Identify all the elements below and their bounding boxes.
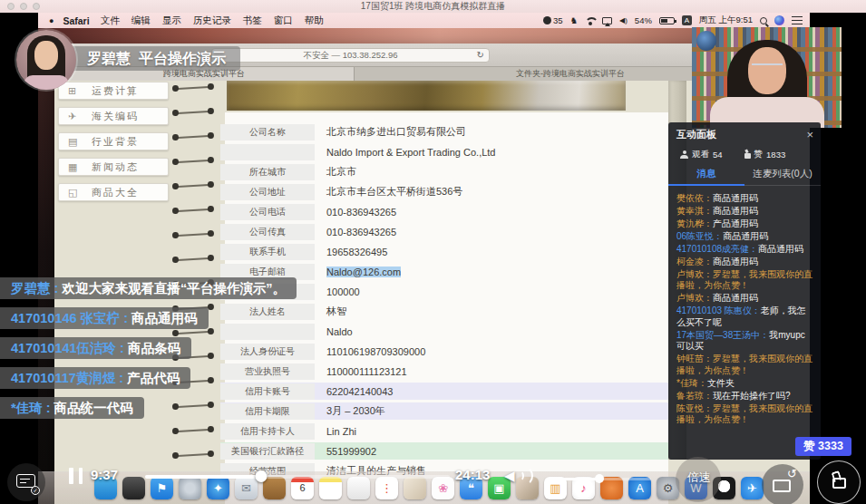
dock-reminders-icon[interactable]: ⋮ — [375, 477, 398, 499]
thumbs-up-button[interactable] — [817, 460, 861, 504]
dock-folder-icon[interactable] — [263, 477, 286, 499]
total-duration: 24:13 — [455, 467, 490, 482]
dock-mail-icon[interactable]: ✉ — [235, 477, 258, 499]
binder-ring — [178, 184, 209, 188]
volume-slider[interactable] — [555, 478, 651, 480]
binder-ring — [178, 160, 209, 163]
dock-launchpad-icon[interactable] — [179, 477, 201, 499]
window-titlebar: 17国贸1班 跨境电商仿真模拟群直播 — [0, 0, 866, 13]
form-value[interactable]: Naldo Import & Export Trading Co.,Ltd — [326, 147, 495, 158]
form-value[interactable]: 100000 — [326, 286, 360, 297]
menubar-item[interactable]: 文件 — [101, 15, 120, 27]
live-stream-player-window: 17国贸1班 跨境电商仿真模拟群直播 ● Safari 文件编辑显示历史记录书签… — [0, 0, 866, 504]
form-row: 公司传真 010-836943265 — [220, 223, 668, 240]
form-label: 美国银行汇款路径 — [220, 443, 315, 460]
chat-message-text: 商品条码 — [128, 341, 180, 355]
like-count-button[interactable]: 赞 3333 — [795, 437, 851, 456]
airplay-icon[interactable] — [602, 17, 612, 24]
volume-handle[interactable] — [595, 474, 604, 483]
form-value[interactable]: Naldo@126.com — [326, 267, 401, 277]
dock-calendar-icon[interactable]: 6 — [291, 477, 314, 499]
binder-ring — [178, 429, 209, 432]
tab-messages[interactable]: 消息 — [668, 168, 744, 180]
chat-sender-name: 黄幸淇： — [676, 206, 713, 216]
chat-sender-name: 黄氿桦： — [676, 218, 713, 228]
form-value[interactable]: 110106198709309000 — [326, 346, 425, 357]
menubar-item[interactable]: 编辑 — [131, 15, 151, 27]
menubar-item[interactable]: 窗口 — [274, 15, 293, 27]
dock-textedit-icon[interactable] — [347, 477, 370, 499]
sidebar-item-label: 商品大全 — [92, 186, 139, 199]
likes-count: 1833 — [766, 150, 785, 160]
notification-center-icon[interactable] — [792, 16, 803, 24]
form-value[interactable]: Lin Zhi — [326, 426, 356, 437]
dock-photos-icon[interactable]: ❀ — [432, 477, 454, 499]
reload-icon[interactable]: ↻ — [477, 49, 484, 62]
rotate-screen-button[interactable]: ↺ — [762, 464, 803, 504]
progress-bar[interactable] — [145, 475, 450, 479]
form-value[interactable]: 010-836943265 — [326, 227, 396, 237]
menubar-item[interactable]: 书签 — [243, 15, 262, 27]
playback-speed-button[interactable]: 倍速 — [678, 470, 720, 486]
menubar-item[interactable]: 帮助 — [305, 15, 324, 27]
chat-sender-name: 柯金凌： — [676, 257, 713, 267]
sidebar-item-news[interactable]: ▦ 新闻动态 — [58, 158, 169, 176]
form-value[interactable]: 北京市 — [326, 165, 356, 179]
dock-dark-app-icon[interactable] — [122, 477, 145, 499]
battery-icon — [659, 17, 675, 24]
form-row: 公司地址 北京市丰台区太平桥街道536号 — [220, 183, 668, 200]
chat-sender-name: *佳琦： — [676, 378, 707, 388]
input-method-icon[interactable]: A — [682, 15, 692, 25]
chat-message-text: 商品通用码 — [131, 311, 198, 325]
dock-plane-icon[interactable]: ✈ — [741, 477, 764, 499]
presenter-webcam-video — [692, 27, 842, 128]
chat-sender-name: 罗碧慧 : — [11, 281, 62, 296]
form-row: 公司名称 北京市纳多进出口贸易有限公司 — [220, 123, 668, 141]
spotlight-search-icon[interactable] — [760, 17, 767, 24]
form-label — [220, 144, 315, 160]
danmaku-toggle-button[interactable]: ✓ — [7, 463, 45, 501]
menubar-app-name[interactable]: Safari — [63, 15, 89, 26]
form-value[interactable]: 3月 – 2030年 — [326, 404, 385, 418]
chat-sender-name: 417010108成亮健： — [676, 244, 758, 254]
form-value[interactable]: 622042140043 — [326, 386, 393, 397]
binder-ring — [178, 111, 209, 114]
app-status-icon[interactable]: ♞ — [569, 15, 578, 25]
menubar-item[interactable]: 历史记录 — [193, 15, 231, 27]
chat-sender-name: 417010117黄润煜 : — [11, 371, 127, 385]
panel-chat-list[interactable]: 樊依依：商品通用码 黄幸淇：商品通用码 黄氿桦：产品通用码 06陈亚悦：商品通用… — [668, 186, 821, 423]
apple-menu-icon[interactable]: ● — [49, 16, 54, 25]
sidebar-item-industry-bg[interactable]: ▤ 行业背景 — [58, 132, 169, 150]
form-value[interactable]: 北京市丰台区太平桥街道536号 — [326, 185, 462, 199]
form-value[interactable]: 19658326495 — [326, 247, 387, 257]
pause-button[interactable] — [69, 468, 83, 484]
dock-craft-icon[interactable] — [404, 477, 426, 499]
dock-keynote-icon[interactable]: ⚑ — [151, 477, 173, 499]
panel-chat-message: 黄幸淇：商品通用码 — [676, 206, 813, 218]
panel-close-icon[interactable]: × — [806, 131, 813, 140]
form-value[interactable]: 110000111123121 — [326, 366, 407, 377]
menubar-clock[interactable]: 周五 上午9:51 — [699, 15, 753, 26]
form-value[interactable]: Naldo — [326, 326, 353, 337]
address-url: 不安全 — 103.38.252.96 — [303, 50, 397, 60]
sidebar-item-customs-code[interactable]: ✈ 海关编码 — [58, 107, 169, 125]
sidebar-item-shipping-calc[interactable]: ⊞ 运费计算 — [58, 82, 169, 100]
form-value[interactable]: 北京市纳多进出口贸易有限公司 — [326, 125, 466, 139]
chat-sender-name: *佳琦 : — [11, 401, 54, 415]
siri-icon[interactable] — [774, 15, 784, 25]
globe-decoration — [696, 31, 716, 51]
sidebar-item-icon: ✈ — [68, 111, 92, 122]
wifi-icon[interactable] — [585, 17, 595, 24]
dock-notes-icon[interactable] — [319, 477, 342, 499]
volume-icon[interactable]: ◀) — [619, 16, 628, 24]
form-value[interactable]: 010-836943265 — [326, 207, 396, 218]
address-bar[interactable]: 不安全 — 103.38.252.96 ↻ — [211, 48, 490, 63]
form-value[interactable]: 551999902 — [326, 446, 376, 457]
tab-mic-list[interactable]: 连麦列表(0人) — [744, 168, 821, 180]
form-value[interactable]: 林智 — [326, 305, 346, 318]
dock-safari-icon[interactable]: ✦ — [207, 477, 229, 499]
sidebar-item-products[interactable]: ◱ 商品大全 — [58, 183, 169, 201]
progress-handle[interactable] — [255, 470, 267, 482]
menubar-item[interactable]: 显示 — [162, 15, 181, 27]
volume-button[interactable]: ◀ — [504, 464, 540, 488]
